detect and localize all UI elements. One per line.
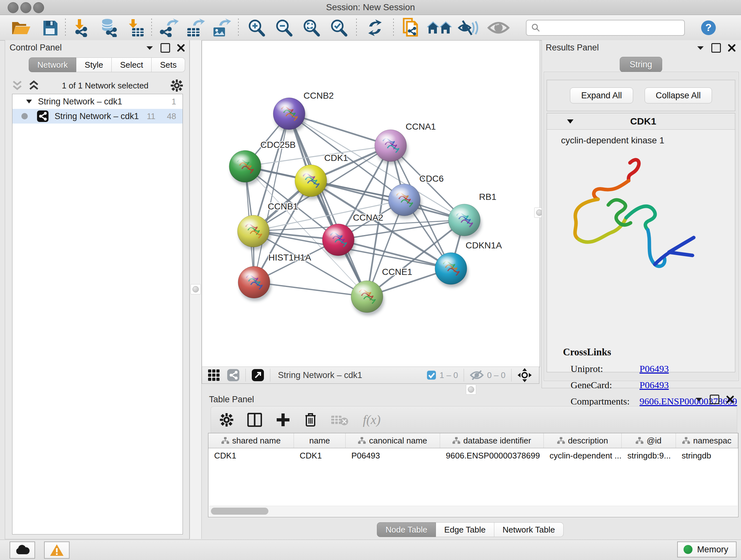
horizontal-scrollbar[interactable]: [209, 506, 738, 516]
birds-eye-grid-icon[interactable]: [208, 369, 220, 381]
selected-checkbox-icon[interactable]: [427, 370, 436, 380]
delete-column-icon[interactable]: [304, 413, 317, 427]
column-header-shared-name[interactable]: shared name: [208, 433, 294, 448]
hidden-eye-icon: [470, 370, 484, 380]
network-canvas[interactable]: CCNB2CCNA1CDC25BCDK1CDC6RB1CCNB1CCNA2CDK…: [202, 40, 540, 367]
show-columns-icon[interactable]: [247, 413, 262, 427]
clone-network-icon[interactable]: [398, 18, 424, 37]
panel-close-icon[interactable]: [177, 44, 185, 52]
tab-edge-table[interactable]: Edge Table: [436, 522, 494, 537]
export-image-icon[interactable]: [208, 18, 234, 37]
network-edge-CCNB2-CCNE1[interactable]: [289, 114, 367, 297]
cell-database-identifier[interactable]: 9606.ENSP00000378699: [440, 448, 544, 463]
collapse-all-button[interactable]: Collapse All: [645, 87, 712, 104]
expand-all-icon[interactable]: [28, 80, 40, 91]
delete-table-icon[interactable]: [331, 414, 349, 426]
panel-float-icon[interactable]: [160, 43, 170, 53]
network-node-CCNB1[interactable]: CCNB1: [238, 201, 298, 250]
apply-layout-icon[interactable]: [360, 18, 389, 37]
tree-expand-icon[interactable]: [26, 99, 32, 104]
network-node-CCNA1[interactable]: CCNA1: [375, 122, 436, 165]
search-input[interactable]: [543, 21, 684, 35]
column-header-canonical-name[interactable]: canonical name: [346, 433, 440, 448]
warnings-button[interactable]: [44, 542, 70, 559]
column-type-icon: [358, 437, 366, 444]
panel-menu-icon[interactable]: [695, 397, 703, 402]
zoom-out-icon[interactable]: [270, 18, 297, 37]
table-header-row: shared namenamecanonical namedatabase id…: [208, 433, 738, 448]
cell-shared-name[interactable]: CDK1: [208, 448, 294, 463]
column-header-name[interactable]: name: [294, 433, 346, 448]
tab-network-table[interactable]: Network Table: [494, 522, 563, 537]
cloud-button[interactable]: [10, 542, 35, 559]
control-panel-title: Control Panel: [10, 43, 62, 53]
scrollbar-thumb[interactable]: [211, 508, 268, 515]
column-header-database-identifier[interactable]: database identifier: [440, 433, 544, 448]
network-node-CCNE1[interactable]: CCNE1: [351, 267, 412, 315]
network-type-icon: [37, 110, 49, 122]
show-eye-icon[interactable]: [484, 18, 513, 37]
column-header-id[interactable]: @id: [622, 433, 676, 448]
cell-description[interactable]: cyclin-dependent ...: [544, 448, 622, 463]
export-table-icon[interactable]: [182, 18, 208, 37]
crosslink-label: GeneCard:: [570, 380, 639, 390]
network-node-CDK1[interactable]: CDK1: [295, 153, 348, 199]
tab-network[interactable]: Network: [29, 57, 76, 72]
open-session-icon[interactable]: [9, 18, 33, 37]
tab-sets[interactable]: Sets: [151, 57, 185, 72]
panel-float-icon[interactable]: [711, 43, 721, 53]
panel-close-icon[interactable]: [728, 44, 736, 52]
table-options-gear-icon[interactable]: [220, 413, 233, 427]
crosslink-uniprotlink[interactable]: P06493: [639, 363, 669, 374]
network-node-CDC25B[interactable]: CDC25B: [229, 140, 295, 185]
network-options-gear-icon[interactable]: [171, 79, 183, 91]
fit-content-crosshair-icon[interactable]: [517, 368, 532, 382]
collapse-section-icon[interactable]: [567, 119, 574, 124]
string-home-icon[interactable]: [424, 18, 455, 37]
table-toolbar: f(x): [211, 406, 737, 433]
save-session-icon[interactable]: [39, 18, 61, 37]
network-node-CCNB2[interactable]: CCNB2: [273, 91, 334, 132]
memory-button[interactable]: Memory: [677, 542, 737, 557]
add-column-icon[interactable]: [276, 413, 290, 427]
network-collection-row[interactable]: String Network – cdk1 1: [12, 94, 183, 109]
tab-style[interactable]: Style: [76, 57, 112, 72]
import-network-file-icon[interactable]: [70, 18, 95, 37]
panel-close-icon[interactable]: [726, 395, 734, 403]
network-share-icon[interactable]: [227, 369, 240, 381]
network-row[interactable]: String Network – cdk1 11 48: [12, 109, 183, 124]
tab-node-table[interactable]: Node Table: [377, 522, 436, 537]
cell-canonical-name[interactable]: P06493: [346, 448, 440, 463]
column-header-namespac[interactable]: namespac: [676, 433, 738, 448]
expand-all-button[interactable]: Expand All: [570, 87, 633, 104]
panel-menu-icon[interactable]: [146, 45, 153, 51]
network-node-HIST1H1A[interactable]: HIST1H1A: [238, 253, 311, 301]
zoom-in-icon[interactable]: [243, 18, 270, 37]
function-builder-icon[interactable]: f(x): [363, 412, 381, 427]
tab-select[interactable]: Select: [112, 57, 151, 72]
crosslink-genecardlink[interactable]: P06493: [639, 380, 669, 390]
zoom-selected-icon[interactable]: [325, 18, 352, 37]
network-node-RB1[interactable]: RB1: [448, 192, 496, 239]
results-tab-string[interactable]: String: [620, 57, 662, 72]
left-splitter-grip[interactable]: [191, 284, 201, 294]
network-node-CDKN1A[interactable]: CDKN1A: [435, 240, 502, 287]
protein-card-header[interactable]: CDK1: [547, 113, 735, 130]
cell-id[interactable]: stringdb:9...: [622, 448, 676, 463]
collapse-all-icon[interactable]: [11, 80, 23, 91]
open-in-window-icon[interactable]: [252, 369, 264, 381]
column-label: canonical name: [369, 436, 427, 446]
column-header-description[interactable]: description: [544, 433, 622, 448]
panel-menu-icon[interactable]: [697, 45, 704, 51]
export-network-icon[interactable]: [156, 18, 182, 37]
search-field[interactable]: [526, 20, 685, 36]
hide-glass-icon[interactable]: [455, 18, 484, 37]
import-network-database-icon[interactable]: [95, 18, 123, 37]
help-icon[interactable]: ?: [698, 18, 719, 37]
panel-float-icon[interactable]: [710, 395, 719, 404]
zoom-fit-icon[interactable]: [297, 18, 325, 37]
cell-name[interactable]: CDK1: [294, 448, 346, 463]
cell-namespac[interactable]: stringdb: [676, 448, 738, 463]
import-table-file-icon[interactable]: [123, 18, 147, 37]
column-type-icon: [221, 437, 229, 444]
